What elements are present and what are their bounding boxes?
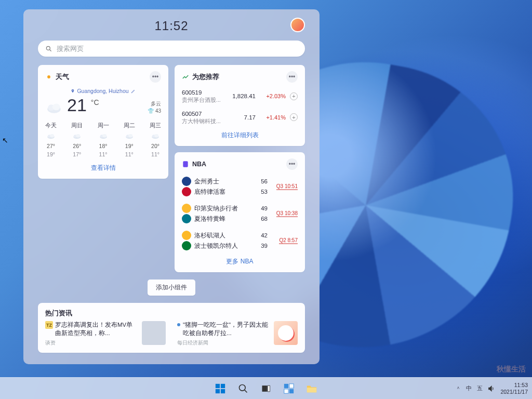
nba-team-row[interactable]: 夏洛特黄蜂68 [182, 214, 268, 224]
nba-widget[interactable]: NBA ••• 金州勇士56 底特律活塞53 Q3 10:51 印第安纳步行者4… [175, 152, 305, 272]
nba-more-button[interactable]: ••• [286, 158, 298, 170]
news-item[interactable]: "猪脚一吃吃一盆"，男子因太能吃被自助餐厅拉... 每日经济新闻 [177, 321, 298, 347]
news-thumbnail [274, 321, 298, 345]
svg-line-1 [50, 49, 51, 51]
svg-rect-31 [284, 383, 288, 388]
nba-icon [182, 161, 189, 168]
add-widget-button[interactable]: 添加小组件 [148, 280, 195, 296]
weather-details-link[interactable]: 查看详情 [45, 161, 161, 172]
forecast-day[interactable]: 周三 20°11° [150, 122, 161, 157]
news-badge-icon: TZ [45, 321, 53, 329]
svg-rect-22 [183, 161, 188, 167]
edit-location-icon[interactable] [131, 89, 136, 94]
stocks-details-link[interactable]: 前往详细列表 [182, 128, 298, 140]
svg-marker-36 [489, 386, 491, 391]
ime-indicator-1[interactable]: 中 [466, 384, 472, 392]
weather-sun-icon [45, 73, 52, 81]
game-status: Q3 10:38 [276, 210, 298, 217]
widgets-button[interactable] [278, 378, 299, 399]
cloud-icon [99, 132, 108, 140]
cloud-icon [151, 132, 160, 140]
search-input[interactable] [57, 45, 298, 52]
add-stock-button[interactable]: + [290, 92, 298, 100]
svg-rect-33 [284, 389, 288, 393]
nba-game[interactable]: 洛杉矶湖人42 波士顿凯尔特人39 Q2 8:57 [182, 227, 298, 254]
user-avatar[interactable] [290, 18, 305, 32]
weather-widget[interactable]: 天气 ••• Guangdong, Huizhou 21 °C 多云 👕 43 [38, 65, 168, 179]
file-explorer-button[interactable] [301, 378, 322, 399]
svg-rect-25 [216, 389, 220, 393]
nba-more-link[interactable]: 更多 NBA [182, 254, 298, 266]
stock-row[interactable]: 600507方大特钢科技... 7.17 +1.41% + [182, 107, 298, 128]
stock-row[interactable]: 600519贵州茅台酒股... 1,828.41 +2.03% + [182, 86, 298, 107]
widgets-panel: 11:52 天气 ••• Guangdong, Huizhou [23, 9, 320, 364]
weather-more-button[interactable]: ••• [150, 71, 161, 83]
stocks-title: 为您推荐 [192, 73, 219, 82]
game-status: Q2 8:57 [279, 237, 298, 244]
forecast-day[interactable]: 周一 18°11° [98, 122, 109, 157]
svg-rect-32 [289, 383, 294, 388]
svg-point-15 [102, 134, 107, 138]
search-icon [45, 45, 52, 52]
nba-team-row[interactable]: 洛杉矶湖人42 [182, 230, 268, 241]
nba-title: NBA [192, 161, 206, 168]
svg-point-3 [73, 90, 74, 91]
news-item[interactable]: TZ罗志祥高调复出！发布MV单曲新造型亮相，称... 谈资 [45, 321, 166, 347]
svg-rect-26 [221, 389, 225, 393]
svg-rect-29 [262, 385, 268, 392]
add-stock-button[interactable]: + [290, 113, 298, 121]
temperature-unit: °C [91, 98, 99, 107]
nba-game[interactable]: 印第安纳步行者49 夏洛特黄蜂68 Q3 10:38 [182, 200, 298, 227]
weather-aqi: 👕 43 [148, 108, 161, 115]
news-list: TZ罗志祥高调复出！发布MV单曲新造型亮相，称... 谈资 "猪脚一吃吃一盆"，… [45, 321, 298, 347]
svg-point-6 [52, 104, 60, 111]
panel-header: 11:52 [38, 16, 305, 41]
location-pin-icon [71, 89, 75, 93]
nba-game[interactable]: 金州勇士56 底特律活塞53 Q3 10:51 [182, 173, 298, 200]
ime-indicator-2[interactable]: 五 [477, 384, 483, 392]
cloud-icon [72, 132, 82, 140]
game-status: Q3 10:51 [276, 183, 298, 190]
search-bar[interactable] [38, 41, 305, 57]
tray-clock[interactable]: 11:53 2021/11/17 [500, 382, 528, 394]
svg-point-2 [47, 75, 50, 78]
cloud-icon [125, 132, 134, 140]
nba-team-row[interactable]: 印第安纳步行者49 [182, 203, 268, 214]
nba-team-row[interactable]: 金州勇士56 [182, 176, 268, 187]
news-widget[interactable]: 热门资讯 TZ罗志祥高调复出！发布MV单曲新造型亮相，称... 谈资 "猪脚一吃… [38, 303, 305, 353]
cloud-icon [46, 132, 56, 140]
mouse-cursor: ↖ [2, 136, 8, 144]
news-title: 热门资讯 [45, 309, 72, 318]
svg-rect-34 [289, 389, 294, 393]
news-bullet-icon [177, 323, 180, 326]
current-temperature: 21 [67, 96, 87, 114]
forecast-day[interactable]: 周二 19°11° [124, 122, 135, 157]
taskbar-center [210, 378, 322, 399]
task-view-button[interactable] [256, 378, 276, 399]
forecast-day[interactable]: 今天 27°19° [45, 122, 57, 157]
start-button[interactable] [210, 378, 231, 399]
cloud-icon [45, 100, 63, 115]
svg-rect-24 [221, 383, 225, 388]
team-logo-icon [182, 214, 191, 223]
svg-point-0 [46, 46, 50, 50]
panel-clock: 11:52 [154, 19, 188, 33]
team-logo-icon [182, 187, 191, 196]
nba-team-row[interactable]: 波士顿凯尔特人39 [182, 241, 268, 251]
forecast-row: 今天 27°19° 周日 26°17° 周一 18°11° 周二 19°11° … [45, 120, 161, 161]
team-logo-icon [182, 177, 191, 186]
svg-rect-30 [268, 385, 270, 392]
volume-icon[interactable] [488, 385, 495, 392]
nba-team-row[interactable]: 底特律活塞53 [182, 187, 268, 197]
svg-rect-23 [216, 383, 220, 388]
stocks-icon [182, 73, 189, 81]
taskbar-search-button[interactable] [233, 378, 254, 399]
news-thumbnail [142, 321, 166, 345]
stocks-more-button[interactable]: ••• [286, 71, 298, 83]
team-logo-icon [182, 241, 191, 250]
weather-location[interactable]: Guangdong, Huizhou [45, 86, 161, 95]
svg-point-9 [50, 134, 54, 138]
stocks-widget[interactable]: 为您推荐 ••• 600519贵州茅台酒股... 1,828.41 +2.03%… [175, 65, 305, 146]
tray-chevron-icon[interactable]: ＾ [456, 385, 461, 392]
forecast-day[interactable]: 周日 26°17° [71, 122, 83, 157]
